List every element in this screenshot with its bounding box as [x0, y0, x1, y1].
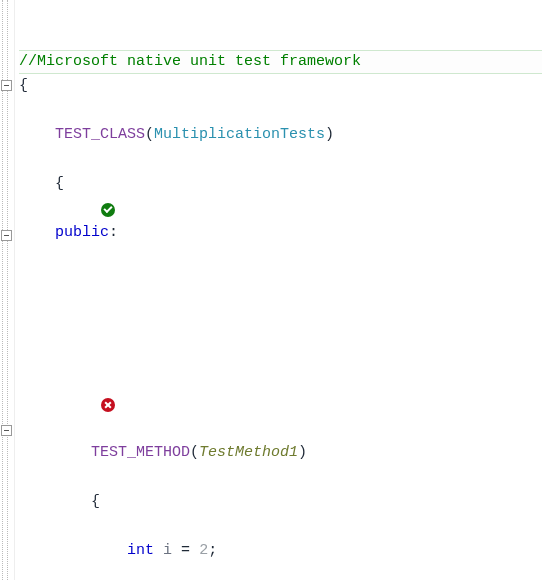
code-line[interactable]: TEST_CLASS(MultiplicationTests) [19, 123, 542, 148]
fold-toggle[interactable] [1, 425, 12, 436]
code-line[interactable]: { [19, 74, 542, 99]
test-status-icon [101, 203, 117, 219]
code-line[interactable]: //Microsoft native unit test framework [19, 50, 542, 75]
code-line[interactable] [19, 392, 542, 417]
fold-gutter [0, 0, 15, 580]
x-circle-icon [101, 398, 115, 412]
code-line[interactable] [19, 270, 542, 295]
code-line[interactable]: public: [19, 221, 542, 246]
code-editor[interactable]: //Microsoft native unit test framework {… [0, 0, 542, 580]
test-status-icon [101, 398, 117, 414]
code-line[interactable]: TEST_METHOD(TestMethod1) [19, 441, 542, 466]
code-line[interactable]: int i = 2; [19, 539, 542, 564]
code-line[interactable]: { [19, 490, 542, 515]
code-area[interactable]: //Microsoft native unit test framework {… [15, 0, 542, 580]
fold-toggle[interactable] [1, 230, 12, 241]
check-circle-icon [101, 203, 115, 217]
comment-text: //Microsoft native unit test framework [19, 53, 361, 70]
fold-toggle[interactable] [1, 80, 12, 91]
code-line[interactable]: { [19, 172, 542, 197]
